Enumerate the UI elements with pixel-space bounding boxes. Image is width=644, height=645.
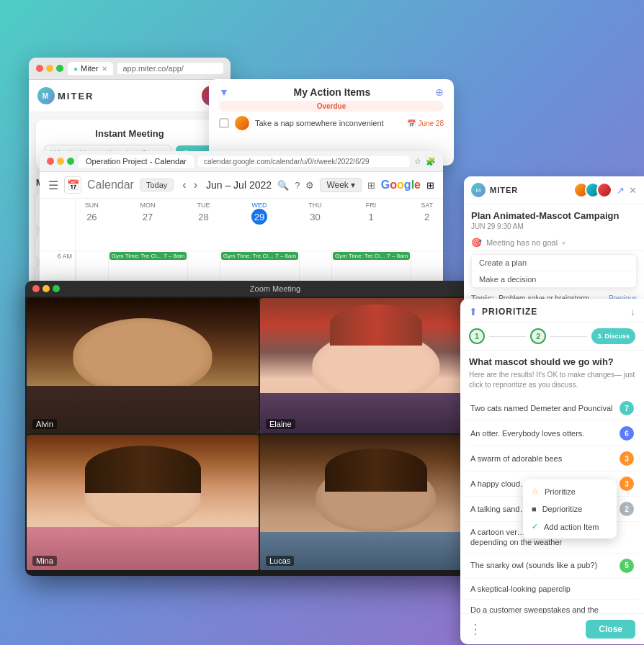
week-view-button[interactable]: Week ▾	[320, 178, 361, 192]
calendar-day-tue: TUE 28	[187, 199, 220, 251]
miter-logo-label: MITER	[490, 186, 573, 194]
more-options-button[interactable]: ⋮	[469, 621, 482, 637]
vote-badge: 6	[620, 426, 634, 441]
minimize-button[interactable]	[43, 285, 50, 292]
instant-meeting-title: Instant Meeting	[45, 128, 215, 139]
participant-name-elaine: Elaine	[266, 419, 295, 429]
context-menu-item-add-action[interactable]: ✓ Add action Item	[523, 518, 617, 536]
search-icon[interactable]: 🔍	[277, 180, 289, 191]
prioritize-item[interactable]: Do a customer sweepstakes and the	[466, 600, 638, 613]
minimize-button[interactable]	[46, 65, 53, 72]
vote-badge: 2	[620, 502, 634, 516]
prioritize-items-list: Two cats named Demeter and Pouncival 7 A…	[460, 396, 644, 613]
zoom-participant-alvin: Alvin	[27, 298, 259, 433]
action-items-title: My Action Items	[229, 86, 435, 98]
goal-placeholder: Meeting has no goal	[486, 238, 558, 247]
zoom-participant-elaine: Elaine	[260, 298, 492, 433]
step-line-2	[550, 336, 587, 337]
goal-option-create-plan[interactable]: Create a plan	[472, 255, 636, 271]
address-bar[interactable]: app.miter.co/app/	[117, 63, 224, 74]
user-avatar-small	[235, 116, 249, 130]
context-menu-item-prioritize[interactable]: ☆ Prioritize	[523, 482, 617, 500]
prioritize-item[interactable]: A swarm of adorable bees 3	[466, 446, 638, 472]
add-action-item-icon[interactable]: ⊕	[435, 86, 444, 98]
close-button[interactable]	[36, 65, 43, 72]
day-number: 1	[363, 209, 379, 225]
close-button[interactable]: Close	[586, 620, 635, 639]
participant-name-mina: Mina	[32, 556, 57, 566]
vote-badge: 7	[620, 401, 634, 415]
hamburger-icon[interactable]: ☰	[48, 179, 58, 192]
vote-badge: 5	[620, 559, 634, 573]
day-name: MON	[109, 202, 186, 209]
participant-name-lucas: Lucas	[266, 556, 294, 566]
maximize-button[interactable]	[53, 285, 60, 292]
calendar-tab[interactable]: Operation Project - Calendar	[79, 155, 194, 168]
context-menu-item-deprioritize[interactable]: ■ Deprioritize	[523, 500, 617, 518]
goal-dropdown-arrow[interactable]: ▾	[562, 239, 565, 247]
calendar-nav: ‹ ›	[179, 179, 200, 191]
zoom-participant-mina: Mina	[27, 435, 259, 570]
miter-logo-text: MITER	[58, 91, 94, 102]
vote-badge: 3	[620, 451, 634, 466]
maximize-button[interactable]	[67, 158, 74, 165]
external-link-icon[interactable]: ↗	[617, 185, 625, 196]
close-button[interactable]	[47, 158, 54, 165]
help-icon[interactable]: ?	[295, 180, 300, 191]
prioritize-item[interactable]: A skeptical-looking paperclip	[466, 579, 638, 600]
overdue-badge: Overdue	[219, 101, 444, 112]
filter-icon[interactable]: ▼	[219, 86, 229, 98]
calendar-range: Jun – Jul 2022	[206, 179, 272, 191]
context-menu: ☆ Prioritize ■ Deprioritize ✓ Add action…	[523, 479, 617, 538]
calendar-address-bar[interactable]: calendar.google.com/calendar/u/0/r/week/…	[198, 156, 410, 167]
close-button[interactable]	[32, 285, 40, 292]
prev-week-button[interactable]: ‹	[179, 179, 189, 191]
window-controls	[36, 65, 63, 72]
day-number: 2	[419, 209, 435, 225]
grid-view-icon[interactable]: ⊞	[367, 180, 375, 191]
goal-option-make-decision[interactable]: Make a decision	[472, 271, 636, 287]
item-text: An otter. Everybody loves otters.	[470, 428, 620, 438]
prioritize-item[interactable]: The snarky owl (sounds like a pub?) 5	[466, 554, 638, 579]
close-icon[interactable]: ✕	[629, 185, 637, 196]
day-number: 27	[140, 209, 156, 225]
day-name: THU	[300, 202, 330, 209]
calendar-window-controls	[47, 158, 74, 165]
prioritize-item[interactable]: An otter. Everybody loves otters. 6	[466, 421, 638, 446]
bookmark-icon[interactable]: ☆	[414, 157, 421, 166]
prioritize-item[interactable]: A talking sand… 2 ☆ Prioritize ■ Deprior…	[466, 497, 638, 522]
step-3: 3. Discuss	[591, 328, 635, 344]
today-button[interactable]: Today	[140, 179, 174, 191]
ctx-label: Prioritize	[545, 487, 576, 496]
calendar-event[interactable]: Gym Time: Tre Cl… 7 – 8am	[333, 252, 410, 260]
step-2: 2	[530, 328, 546, 344]
action-item: Take a nap somewhere inconvenient 📅 June…	[219, 116, 444, 130]
prioritize-question: What mascot should we go wih?	[460, 351, 644, 370]
item-text: A swarm of adorable bees	[470, 454, 620, 464]
tab-close-icon[interactable]: ✕	[102, 65, 107, 73]
meeting-title: Plan Animated-Mascot Campaign	[464, 204, 644, 222]
prioritize-item[interactable]: Two cats named Demeter and Pouncival 7	[466, 396, 638, 421]
date-text: June 28	[418, 119, 444, 127]
extensions-icon[interactable]: 🧩	[426, 157, 436, 166]
prioritize-header-left: ⬆ PRIORITIZE	[469, 306, 537, 317]
browser-chrome: ● Miter ✕ app.miter.co/app/	[29, 58, 231, 80]
zoom-header: Zoom Meeting	[25, 281, 493, 297]
apps-icon[interactable]: ⊞	[426, 180, 434, 191]
vote-badge: 3	[620, 477, 634, 491]
calendar-event[interactable]: Gym Time: Tre Cl… 7 – 8am	[221, 252, 298, 260]
calendar-event[interactable]: Gym Time: Tre Cl… 7 – 8am	[109, 252, 187, 260]
action-item-date: 📅 June 28	[407, 119, 444, 127]
download-icon[interactable]: ↓	[630, 306, 635, 317]
maximize-button[interactable]	[56, 65, 63, 72]
browser-tab[interactable]: ● Miter ✕	[68, 62, 113, 75]
zoom-participants-grid: Alvin Elaine Mina	[25, 297, 493, 572]
minimize-button[interactable]	[57, 158, 64, 165]
settings-icon[interactable]: ⚙	[305, 180, 314, 191]
calendar-day-sun: SUN 26	[76, 199, 108, 251]
checkbox[interactable]	[219, 118, 229, 128]
step-1: 1	[469, 328, 485, 344]
action-items-header: ▼ My Action Items ⊕	[219, 86, 444, 98]
next-week-button[interactable]: ›	[191, 179, 200, 191]
prioritize-header: ⬆ PRIORITIZE ↓	[460, 299, 644, 322]
